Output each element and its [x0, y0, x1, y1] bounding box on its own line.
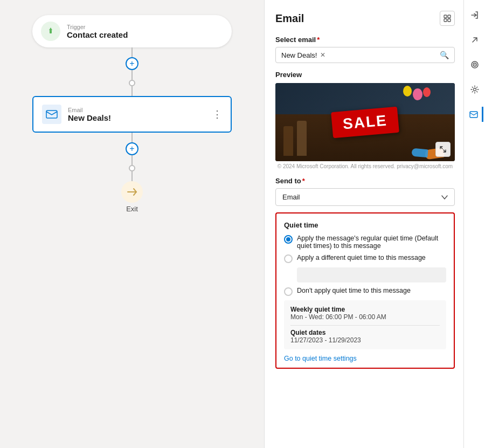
exit-icon — [121, 181, 143, 203]
panel-title-row: Email — [275, 11, 455, 26]
email-node-icon — [42, 105, 61, 124]
preview-wrapper: SALE © 2024 Microsoft Corporation. All r… — [275, 83, 455, 169]
svg-point-8 — [474, 64, 475, 65]
right-panel: Email Select email* New Deals! ✕ 🔍 Previ — [264, 0, 485, 448]
quiet-info-box: Weekly quiet time Mon - Wed: 06:00 PM - … — [284, 300, 446, 349]
panel-expand-icon[interactable] — [440, 11, 455, 26]
trigger-icon — [41, 22, 60, 41]
email-search-icon[interactable]: 🔍 — [440, 51, 449, 59]
target-icon-button[interactable] — [467, 57, 482, 72]
line-3 — [131, 86, 133, 96]
line-4 — [131, 133, 133, 142]
line-5 — [131, 155, 133, 165]
panel-title-text: Email — [275, 12, 304, 25]
quiet-option-1-text: Apply the message's regular quiet time (… — [297, 235, 446, 250]
preview-footer: © 2024 Microsoft Corporation. All rights… — [275, 163, 455, 169]
quiet-dates-value: 11/27/2023 - 11/29/2023 — [290, 336, 440, 344]
sale-sign: SALE — [331, 106, 399, 138]
canvas-panel: Trigger Contact created + Email New Deal… — [0, 0, 264, 448]
select-email-label: Select email* — [275, 36, 455, 44]
exit-icon-button[interactable] — [467, 32, 482, 47]
svg-rect-2 — [444, 15, 447, 18]
sale-scene: SALE — [275, 83, 455, 161]
connector-1: + — [126, 47, 138, 96]
svg-rect-4 — [444, 19, 447, 22]
line-1 — [131, 47, 133, 57]
email-node-label: Email — [68, 107, 111, 113]
quiet-link[interactable]: Go to quiet time settings — [284, 355, 446, 362]
svg-rect-1 — [46, 111, 57, 118]
radio-3[interactable] — [284, 287, 293, 296]
node-menu-button[interactable]: ⋮ — [210, 106, 224, 122]
weekly-quiet-row: Weekly quiet time Mon - Wed: 06:00 PM - … — [290, 306, 440, 321]
svg-rect-0 — [50, 30, 52, 33]
quiet-time-title: Quiet time — [284, 221, 446, 229]
weekly-quiet-value: Mon - Wed: 06:00 PM - 06:00 AM — [290, 313, 440, 321]
quiet-option-1[interactable]: Apply the message's regular quiet time (… — [284, 235, 446, 250]
send-to-dropdown[interactable]: Email — [275, 188, 455, 206]
send-to-label: Send to* — [275, 177, 455, 185]
svg-rect-10 — [470, 112, 477, 118]
sidebar-icons — [463, 0, 485, 448]
quiet-option-3[interactable]: Don't apply quiet time to this message — [284, 287, 446, 296]
svg-point-9 — [473, 88, 476, 91]
line-2 — [131, 70, 133, 80]
exit-label: Exit — [126, 205, 138, 213]
preview-expand-button[interactable] — [435, 142, 451, 157]
quiet-dates-row: Quiet dates 11/27/2023 - 11/29/2023 — [290, 329, 440, 344]
preview-label: Preview — [275, 71, 455, 79]
quiet-option-3-text: Don't apply quiet time to this message — [297, 287, 411, 294]
chip-close-button[interactable]: ✕ — [320, 51, 325, 59]
quiet-input-placeholder — [297, 267, 446, 282]
exit-node: Exit — [121, 181, 143, 213]
quiet-time-section: Quiet time Apply the message's regular q… — [275, 212, 455, 369]
add-step-1-button[interactable]: + — [126, 57, 138, 70]
quiet-option-2-text: Apply a different quiet time to this mes… — [297, 254, 426, 261]
email-chip-text: New Deals! — [281, 51, 317, 59]
email-node[interactable]: Email New Deals! ⋮ — [32, 96, 232, 133]
connector-dot-1 — [129, 80, 135, 86]
svg-rect-3 — [448, 15, 451, 18]
trigger-label: Trigger — [67, 24, 128, 30]
settings-icon-button[interactable] — [467, 82, 482, 97]
email-node-text: Email New Deals! — [68, 107, 111, 122]
line-6 — [131, 171, 133, 181]
email-node-name: New Deals! — [68, 113, 111, 122]
radio-1[interactable] — [284, 235, 293, 244]
connector-dot-2 — [129, 165, 135, 171]
add-step-2-button[interactable]: + — [126, 142, 138, 155]
send-to-value: Email — [282, 193, 300, 201]
preview-image: SALE — [275, 83, 455, 161]
email-chip: New Deals! ✕ — [281, 51, 325, 59]
radio-2[interactable] — [284, 254, 293, 263]
quiet-dates-title: Quiet dates — [290, 329, 440, 336]
weekly-quiet-title: Weekly quiet time — [290, 306, 440, 313]
email-icon-button[interactable] — [466, 107, 483, 122]
connector-2: + — [126, 133, 138, 181]
trigger-name: Contact created — [67, 30, 128, 39]
quiet-option-2[interactable]: Apply a different quiet time to this mes… — [284, 254, 446, 263]
email-select-box[interactable]: New Deals! ✕ 🔍 — [275, 47, 455, 63]
login-icon-button[interactable] — [467, 8, 482, 23]
svg-rect-5 — [448, 19, 451, 22]
trigger-text: Trigger Contact created — [67, 24, 128, 39]
trigger-node: Trigger Contact created — [32, 15, 232, 47]
